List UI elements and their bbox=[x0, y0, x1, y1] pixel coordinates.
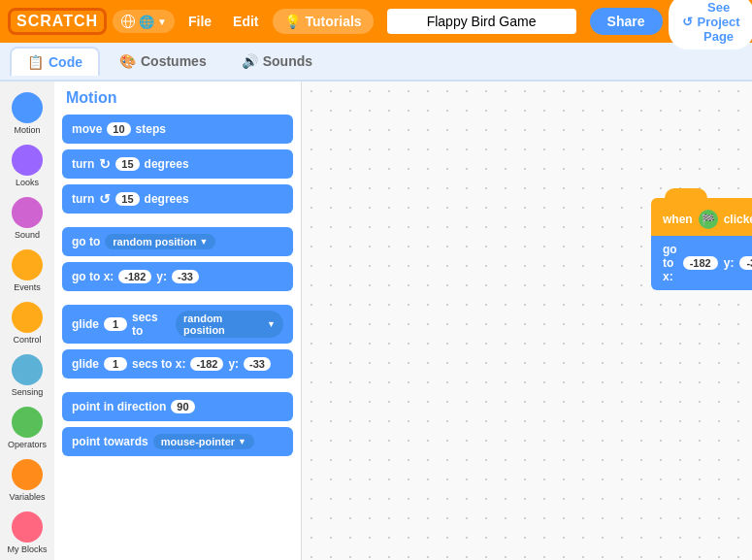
motion-label: Motion bbox=[14, 125, 40, 135]
glide-y-input[interactable]: -33 bbox=[244, 357, 271, 371]
turn-cw-icon: ↻ bbox=[99, 156, 111, 172]
block-turn-cw[interactable]: turn ↻ 15 degrees bbox=[62, 149, 293, 179]
looks-label: Looks bbox=[16, 178, 39, 187]
turn-cw-degrees-input[interactable]: 15 bbox=[115, 157, 139, 171]
sidebar-item-sound[interactable]: Sound bbox=[0, 194, 54, 243]
block-point-towards[interactable]: point towards mouse-pointer ▼ bbox=[62, 427, 293, 456]
edit-menu[interactable]: Edit bbox=[225, 10, 266, 33]
goto-y-input[interactable]: -33 bbox=[172, 270, 199, 283]
looks-circle bbox=[12, 145, 43, 176]
ws-goto-y-label: y: bbox=[724, 256, 735, 270]
sidebar-item-events[interactable]: Events bbox=[0, 247, 54, 295]
events-circle bbox=[12, 249, 43, 280]
turn-ccw-label: turn bbox=[72, 192, 94, 206]
control-label: Control bbox=[13, 335, 41, 345]
block-glide-xy[interactable]: glide 1 secs to x: -182 y: -33 bbox=[62, 349, 293, 379]
script-group: when 🏁 clicked go to x: -182 y: -33 bbox=[651, 188, 752, 290]
file-menu[interactable]: File bbox=[180, 10, 219, 33]
sidebar-item-operators[interactable]: Operators bbox=[0, 404, 54, 452]
block-move-steps[interactable]: move 10 steps bbox=[62, 115, 293, 144]
green-flag-icon: 🏁 bbox=[699, 210, 718, 229]
goto-x-input[interactable]: -182 bbox=[118, 270, 151, 283]
point-direction-input[interactable]: 90 bbox=[171, 400, 194, 413]
top-navigation: SCRATCH 🌐 ▼ File Edit 💡 Tutorials Share … bbox=[0, 0, 752, 43]
steps-label: steps bbox=[136, 122, 166, 136]
when-flag-block-container: when 🏁 clicked bbox=[651, 198, 752, 236]
tab-code-label: Code bbox=[49, 54, 82, 70]
glide-random-label: glide bbox=[72, 317, 99, 331]
move-steps-input[interactable]: 10 bbox=[107, 122, 130, 136]
main-layout: Motion Looks Sound Events Control Sensin… bbox=[0, 82, 752, 560]
lightbulb-icon: 💡 bbox=[284, 14, 301, 29]
sidebar-item-myblocks[interactable]: My Blocks bbox=[0, 509, 54, 557]
ws-goto-label: go to x: bbox=[663, 243, 677, 283]
language-button[interactable]: 🌐 ▼ bbox=[113, 10, 175, 33]
code-icon: 📋 bbox=[27, 54, 44, 70]
glide-xy-label: glide bbox=[72, 357, 99, 371]
when-flag-clicked-block[interactable]: when 🏁 clicked bbox=[651, 198, 752, 236]
sensing-circle bbox=[12, 354, 43, 385]
tab-costumes[interactable]: 🎨 Costumes bbox=[104, 48, 222, 75]
turn-cw-label: turn bbox=[72, 157, 94, 171]
myblocks-circle bbox=[12, 511, 43, 543]
sound-circle bbox=[12, 197, 43, 228]
code-workspace[interactable]: when 🏁 clicked go to x: -182 y: -33 bbox=[302, 82, 752, 560]
goto-label: go to bbox=[72, 235, 100, 248]
motion-circle bbox=[12, 92, 43, 123]
turn-ccw-degrees-input[interactable]: 15 bbox=[115, 192, 139, 206]
scratch-logo[interactable]: SCRATCH bbox=[8, 8, 107, 35]
sidebar-item-looks[interactable]: Looks bbox=[0, 142, 54, 190]
costumes-icon: 🎨 bbox=[119, 53, 136, 69]
language-label: 🌐 bbox=[139, 15, 154, 29]
clicked-label: clicked bbox=[724, 213, 752, 226]
tutorials-button[interactable]: 💡 Tutorials bbox=[273, 9, 374, 34]
glide-xy-secs-input[interactable]: 1 bbox=[104, 357, 127, 371]
goto-dropdown[interactable]: random position ▼ bbox=[105, 234, 215, 249]
tutorials-label: Tutorials bbox=[306, 14, 362, 29]
chevron-down-icon: ▼ bbox=[157, 16, 167, 27]
block-turn-ccw[interactable]: turn ↺ 15 degrees bbox=[62, 184, 293, 214]
glide-to-dropdown-arrow-icon: ▼ bbox=[267, 319, 276, 329]
events-label: Events bbox=[14, 282, 41, 292]
globe-icon bbox=[120, 14, 136, 29]
tab-sounds[interactable]: 🔊 Sounds bbox=[226, 48, 328, 75]
see-project-button[interactable]: ↺ See Project Page bbox=[669, 0, 752, 49]
block-goto-random[interactable]: go to random position ▼ bbox=[62, 227, 293, 256]
myblocks-label: My Blocks bbox=[7, 544, 47, 554]
tab-sounds-label: Sounds bbox=[263, 53, 312, 69]
glide-x-input[interactable]: -182 bbox=[190, 357, 223, 371]
point-towards-dropdown[interactable]: mouse-pointer ▼ bbox=[153, 434, 254, 449]
project-title-input[interactable] bbox=[387, 9, 576, 34]
sidebar-item-motion[interactable]: Motion bbox=[0, 89, 54, 138]
category-sidebar: Motion Looks Sound Events Control Sensin… bbox=[0, 82, 54, 560]
tab-costumes-label: Costumes bbox=[141, 53, 207, 69]
goto-xy-label: go to x: bbox=[72, 270, 114, 283]
sidebar-item-sensing[interactable]: Sensing bbox=[0, 351, 54, 400]
share-button[interactable]: Share bbox=[590, 8, 663, 35]
glide-to-dropdown[interactable]: random position ▼ bbox=[176, 311, 283, 338]
block-goto-xy[interactable]: go to x: -182 y: -33 bbox=[62, 262, 293, 291]
goto-y-label: y: bbox=[156, 270, 167, 283]
degrees-cw-label: degrees bbox=[145, 157, 189, 171]
block-glide-random[interactable]: glide 1 secs to random position ▼ bbox=[62, 305, 293, 344]
point-towards-arrow-icon: ▼ bbox=[238, 437, 246, 446]
goto-xy-workspace-block[interactable]: go to x: -182 y: -33 bbox=[651, 236, 752, 290]
block-point-direction[interactable]: point in direction 90 bbox=[62, 392, 293, 421]
move-label: move bbox=[72, 122, 102, 136]
glide-secs-input[interactable]: 1 bbox=[104, 317, 127, 331]
sidebar-item-control[interactable]: Control bbox=[0, 299, 54, 347]
turn-ccw-icon: ↺ bbox=[99, 191, 111, 207]
see-project-label: See Project Page bbox=[698, 0, 740, 44]
sound-label: Sound bbox=[15, 230, 40, 240]
ws-goto-x-input[interactable]: -182 bbox=[683, 256, 718, 270]
tab-code[interactable]: 📋 Code bbox=[10, 47, 100, 76]
glide-to-dropdown-value: random position bbox=[183, 313, 264, 336]
goto-dropdown-arrow-icon: ▼ bbox=[200, 237, 209, 247]
point-towards-label: point towards bbox=[72, 435, 148, 448]
operators-circle bbox=[12, 407, 43, 438]
control-circle bbox=[12, 302, 43, 333]
ws-goto-y-input[interactable]: -33 bbox=[739, 256, 752, 270]
sidebar-item-variables[interactable]: Variables bbox=[0, 456, 54, 505]
point-towards-value: mouse-pointer bbox=[161, 436, 235, 447]
secs-to-label: secs to bbox=[132, 311, 171, 338]
